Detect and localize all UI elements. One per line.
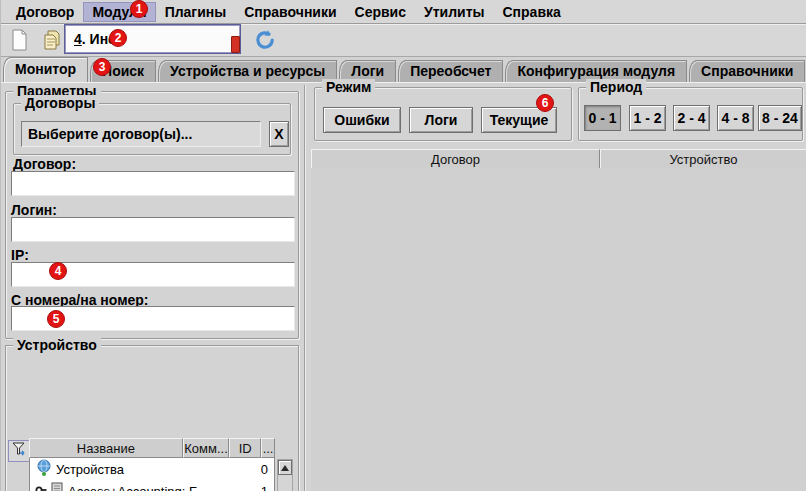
device-column-id[interactable]: ID [229,438,261,458]
contract-picker-field[interactable]: Выберите договор(ы)... [21,121,261,147]
annotation-badge-2: 2 [109,29,127,47]
application-window: Договор Модули Плагины Справочники Серви… [0,0,806,491]
device-column-name[interactable]: Название [29,438,183,458]
device-column-more[interactable]: ... [261,438,275,458]
period-8-24-button[interactable]: 8 - 24 [758,105,802,131]
session-table-header: Договор Устройство [311,149,806,169]
contract-label: Договор: [13,156,76,172]
toolbar-icon-partial[interactable] [231,36,240,53]
menu-item-inet-mnemonic: 4 [74,31,82,47]
menu-item-help[interactable]: Справка [494,2,570,22]
menu-item-contract[interactable]: Договор [7,2,83,22]
tree-row-label: Устройства [52,462,234,477]
refresh-icon[interactable] [253,28,277,52]
menu-item-utilities[interactable]: Утилиты [415,2,493,22]
session-column-device[interactable]: Устройство [600,149,806,169]
annotation-badge-6: 6 [536,94,554,112]
modules-menu-dropdown: 4. Инет [64,24,241,54]
period-4-8-button[interactable]: 4 - 8 [717,105,754,131]
ip-label: IP: [11,247,29,263]
contracts-group-title: Договоры [21,95,99,111]
panel-splitter[interactable] [304,85,305,491]
tab-monitor[interactable]: Монитор [3,57,88,82]
period-group-title: Период [586,79,646,95]
annotation-badge-1: 1 [130,0,148,18]
menu-bar: Договор Модули Плагины Справочники Серви… [1,0,806,24]
device-column-comment[interactable]: Комм... [183,438,230,458]
menu-item-directories[interactable]: Справочники [235,2,345,22]
tab-devices-resources[interactable]: Устройства и ресурсы [158,60,337,82]
tab-bar: Монитор Поиск Устройства и ресурсы Логи … [1,58,806,82]
session-table-body [311,168,806,491]
mode-errors-button[interactable]: Ошибки [323,107,401,133]
device-tree: Устройства 0 [29,458,275,491]
device-tree-scrollbar[interactable] [277,459,293,491]
tab-recalculation[interactable]: Переобсчет [398,60,503,82]
annotation-badge-4: 4 [49,262,67,280]
server-icon [50,482,64,491]
mode-group-title: Режим [322,79,375,95]
filter-funnel-icon [11,441,27,461]
new-document-icon[interactable] [7,28,31,52]
globe-icon [36,459,52,480]
tree-row-access-accounting[interactable]: Access+Accounting: F 1 [30,480,274,491]
scroll-up-icon[interactable] [278,460,292,475]
annotation-badge-3: 3 [93,58,111,76]
tree-row-id: 0 [234,462,274,477]
period-2-4-button[interactable]: 2 - 4 [673,105,710,131]
login-input[interactable] [11,217,295,242]
menu-item-service[interactable]: Сервис [346,2,415,22]
menu-item-plugins[interactable]: Плагины [156,2,236,22]
login-label: Логин: [11,202,57,218]
device-group-title: Устройство [13,337,101,353]
tree-row-id: 1 [234,484,274,491]
period-0-1-button[interactable]: 0 - 1 [584,105,621,131]
expander-icon[interactable] [35,484,48,491]
device-table: Название Комм... ID ... [29,438,275,491]
monitor-tab-content: Параметры Договоры Выберите договор(ы)..… [1,82,806,491]
copy-icon[interactable] [40,28,64,52]
tree-row-label: Access+Accounting: F [64,484,234,491]
contract-input[interactable] [11,171,295,196]
tab-directories[interactable]: Справочники [689,60,805,82]
session-column-contract[interactable]: Договор [311,149,600,169]
period-1-2-button[interactable]: 1 - 2 [629,105,666,131]
mode-logs-button[interactable]: Логи [409,107,473,133]
device-table-header: Название Комм... ID ... [29,438,275,458]
annotation-badge-5: 5 [47,310,65,328]
tree-row-devices-root[interactable]: Устройства 0 [30,458,274,480]
device-filter-button[interactable] [8,440,30,462]
contract-clear-button[interactable]: X [269,121,289,147]
